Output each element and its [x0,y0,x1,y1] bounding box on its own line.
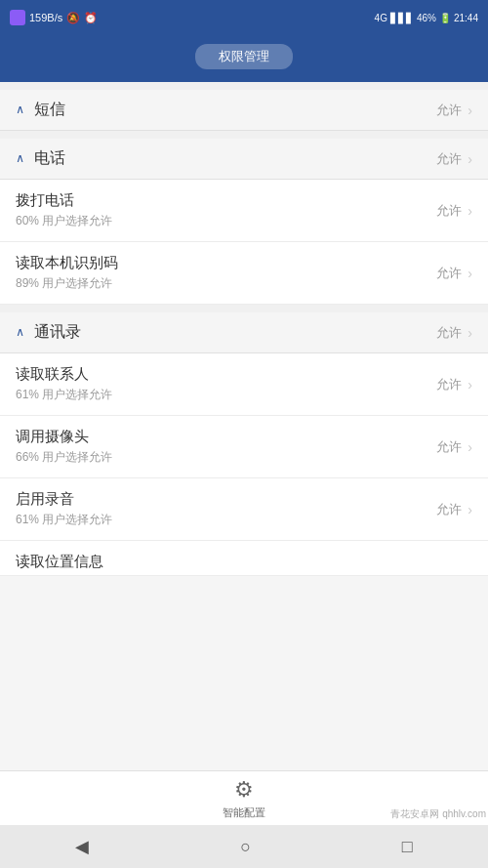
section-contacts[interactable]: ∨ 通讯录 允许 › [0,312,488,353]
item-camera-content: 调用摄像头 66% 用户选择允许 [16,428,436,466]
status-bar: 159B/s 🔕 ⏰ 4G ▋▋▋ 46% 🔋 21:44 [0,0,488,35]
divider-1 [0,131,488,139]
list-item[interactable]: 启用录音 61% 用户选择允许 允许 › [0,478,488,541]
partial-item-title: 读取位置信息 [16,553,472,571]
chevron-phone-call: › [468,203,472,219]
item-device-id-content: 读取本机识别码 89% 用户选择允许 [16,254,436,292]
chevron-record: › [468,502,472,517]
signal-icon: ▋▋▋ [390,13,414,23]
section-sms[interactable]: ∨ 短信 允许 › [0,90,488,131]
item-record-content: 启用录音 61% 用户选择允许 [16,490,436,528]
section-sms-title: 短信 [34,100,436,120]
tab-smart-config[interactable]: ⚙ 智能配置 [223,777,265,820]
section-contacts-title: 通讯录 [34,322,436,343]
item-phone-call-status: 允许 [436,202,462,220]
time-display: 21:44 [454,13,478,23]
item-device-id-status: 允许 [436,265,462,282]
section-contacts-status: 允许 [436,324,462,342]
app-icon [10,10,25,25]
header-tab: 权限管理 [195,44,293,69]
divider-top [0,82,488,90]
item-device-id-title: 读取本机识别码 [16,254,436,272]
item-read-contacts-status: 允许 [436,376,462,393]
item-camera-title: 调用摄像头 [16,428,436,446]
item-read-contacts-title: 读取联系人 [16,365,436,384]
battery-text: 46% [417,13,436,23]
item-camera-subtitle: 66% 用户选择允许 [16,449,436,466]
home-button[interactable]: ○ [240,837,251,857]
network-icon: 4G [375,13,387,23]
chevron-read-contacts: › [468,377,472,393]
item-camera-status: 允许 [436,438,462,456]
section-phone-status: 允许 [436,150,462,168]
section-phone-title: 电话 [34,148,436,169]
chevron-phone: ∨ [16,152,24,166]
chevron-phone-right: › [468,151,472,167]
status-left: 159B/s 🔕 ⏰ [10,10,98,25]
main-content: ∨ 短信 允许 › ∨ 电话 允许 › 拨打电话 60% 用户选择允许 允许 ›… [0,82,488,770]
item-record-subtitle: 61% 用户选择允许 [16,512,436,528]
header: 权限管理 [0,35,488,82]
item-record-status: 允许 [436,501,462,518]
recent-button[interactable]: □ [402,837,413,857]
item-device-id-subtitle: 89% 用户选择允许 [16,275,436,292]
tab-smart-config-label: 智能配置 [223,806,265,820]
speed-indicator: 159B/s [29,12,62,23]
chevron-contacts: ∨ [16,326,24,340]
item-record-title: 启用录音 [16,490,436,509]
item-phone-call-title: 拨打电话 [16,191,436,210]
battery-icon: 🔋 [439,13,451,23]
list-item[interactable]: 读取本机识别码 89% 用户选择允许 允许 › [0,242,488,305]
list-item[interactable]: 调用摄像头 66% 用户选择允许 允许 › [0,416,488,478]
chevron-device-id: › [468,266,472,281]
chevron-sms-right: › [468,103,472,118]
list-item[interactable]: 拨打电话 60% 用户选择允许 允许 › [0,180,488,242]
list-item[interactable]: 读取联系人 61% 用户选择允许 允许 › [0,353,488,416]
list-item[interactable]: 读取位置信息 [0,541,488,576]
status-right: 4G ▋▋▋ 46% 🔋 21:44 [375,13,478,23]
item-read-contacts-content: 读取联系人 61% 用户选择允许 [16,365,436,403]
gear-icon: ⚙ [234,777,254,803]
section-phone[interactable]: ∨ 电话 允许 › [0,139,488,180]
chevron-sms: ∨ [16,103,24,117]
chevron-contacts-right: › [468,325,472,341]
chevron-camera: › [468,439,472,455]
item-phone-call-content: 拨打电话 60% 用户选择允许 [16,191,436,229]
silent-icon: 🔕 [66,12,80,24]
watermark: 青花安卓网 qhhlv.com [390,807,486,821]
back-button[interactable]: ◀ [75,836,89,857]
section-sms-status: 允许 [436,102,462,119]
alarm-icon: ⏰ [84,12,98,24]
item-phone-call-subtitle: 60% 用户选择允许 [16,213,436,229]
divider-2 [0,305,488,312]
item-read-contacts-subtitle: 61% 用户选择允许 [16,387,436,403]
nav-bar: ◀ ○ □ [0,825,488,868]
